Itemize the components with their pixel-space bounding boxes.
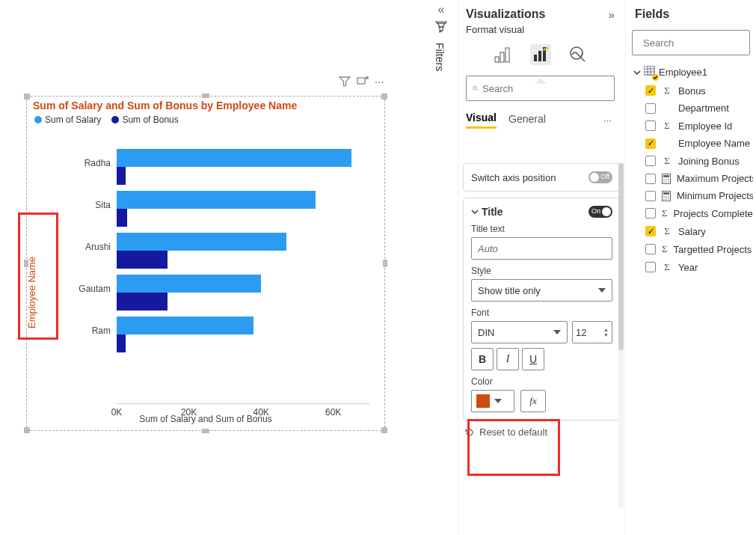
font-family-select[interactable]: DIN bbox=[471, 321, 568, 343]
calculator-icon bbox=[662, 174, 671, 184]
bar-salary[interactable] bbox=[117, 149, 351, 167]
bar-bonus[interactable] bbox=[117, 334, 126, 352]
expand-filters-icon[interactable]: « bbox=[430, 3, 452, 16]
field-checkbox[interactable]: ✓ bbox=[645, 226, 656, 236]
font-size-spinner[interactable]: 12 ▲▼ bbox=[572, 321, 612, 343]
build-visual-icon[interactable] bbox=[493, 44, 514, 65]
x-axis-title: Sum of Salary and Sum of Bonus bbox=[27, 414, 384, 424]
format-search-input[interactable] bbox=[482, 83, 608, 94]
field-label: Joining Bonus bbox=[678, 156, 740, 167]
field-item[interactable]: ✓ΣBonus bbox=[629, 82, 753, 100]
resize-handle[interactable] bbox=[383, 260, 387, 267]
filters-label: Filters bbox=[434, 43, 446, 71]
bar-bonus[interactable] bbox=[117, 167, 126, 185]
resize-handle[interactable] bbox=[381, 94, 387, 100]
bar-salary[interactable] bbox=[117, 275, 261, 293]
annotation-box-color bbox=[467, 419, 560, 476]
color-picker[interactable] bbox=[471, 390, 514, 412]
field-item[interactable]: ΣTargetted Projects bbox=[629, 240, 753, 258]
resize-handle[interactable] bbox=[24, 427, 30, 433]
bar-salary[interactable] bbox=[117, 317, 253, 334]
chevron-down-icon bbox=[633, 69, 641, 76]
svg-rect-0 bbox=[357, 78, 365, 84]
tab-general[interactable]: General bbox=[508, 113, 546, 128]
title-toggle[interactable]: On bbox=[588, 206, 612, 218]
sigma-icon: Σ bbox=[662, 261, 672, 273]
field-checkbox[interactable] bbox=[645, 191, 656, 201]
bold-button[interactable]: B bbox=[471, 348, 494, 370]
field-checkbox[interactable] bbox=[645, 262, 656, 272]
spinner-down-icon[interactable]: ▼ bbox=[603, 332, 609, 337]
more-options-icon[interactable]: ··· bbox=[375, 76, 384, 91]
filters-pane-collapsed[interactable]: « Filters bbox=[430, 3, 452, 123]
field-item[interactable]: ΣYear bbox=[629, 258, 753, 276]
field-checkbox[interactable] bbox=[645, 208, 656, 218]
sigma-icon: Σ bbox=[662, 207, 668, 219]
category-label: Radha bbox=[84, 158, 111, 168]
svg-point-24 bbox=[668, 196, 669, 198]
field-checkbox[interactable]: ✓ bbox=[645, 138, 656, 149]
chart-visual[interactable]: ··· Sum of Salary and Sum of Bonus by Em… bbox=[26, 96, 385, 431]
bar-group: Radha bbox=[117, 149, 369, 191]
resize-handle[interactable] bbox=[381, 427, 387, 433]
svg-point-23 bbox=[666, 196, 667, 198]
bar-salary[interactable] bbox=[117, 191, 316, 209]
underline-button[interactable]: U bbox=[522, 348, 544, 370]
bar-salary[interactable] bbox=[117, 233, 286, 251]
svg-point-25 bbox=[663, 198, 665, 200]
fields-header: Fields bbox=[626, 4, 756, 27]
field-item[interactable]: ΣProjects Completed bbox=[629, 204, 753, 222]
field-item[interactable]: ✓Employee Name bbox=[629, 135, 753, 152]
style-select[interactable]: Show title only bbox=[471, 279, 612, 302]
search-icon bbox=[473, 83, 478, 94]
svg-point-17 bbox=[663, 181, 665, 183]
bar-bonus[interactable] bbox=[117, 293, 168, 311]
field-item[interactable]: ΣJoining Bonus bbox=[629, 152, 753, 170]
report-canvas[interactable]: ··· Sum of Salary and Sum of Bonus by Em… bbox=[0, 0, 419, 535]
fields-search[interactable] bbox=[632, 30, 750, 55]
resize-handle[interactable] bbox=[202, 94, 209, 98]
chart-legend: Sum of Salary Sum of Bonus bbox=[27, 113, 384, 129]
field-label: Bonus bbox=[678, 85, 706, 97]
field-checkbox[interactable] bbox=[645, 156, 656, 166]
field-item[interactable]: ✓ΣSalary bbox=[629, 222, 753, 240]
fields-search-input[interactable] bbox=[643, 37, 756, 49]
field-checkbox[interactable] bbox=[645, 244, 656, 254]
bar-group: Gautam bbox=[117, 275, 369, 317]
table-name: Employee1 bbox=[659, 67, 707, 78]
title-text-input[interactable] bbox=[471, 237, 612, 260]
resize-handle[interactable] bbox=[24, 94, 30, 100]
analytics-icon[interactable] bbox=[568, 44, 588, 65]
italic-button[interactable]: I bbox=[497, 348, 519, 370]
bar-bonus[interactable] bbox=[117, 251, 168, 269]
field-checkbox[interactable] bbox=[645, 174, 656, 184]
field-checkbox[interactable]: ✓ bbox=[645, 85, 656, 96]
visualizations-header: Visualizations bbox=[466, 7, 545, 21]
field-item[interactable]: ΣEmployee Id bbox=[629, 117, 753, 135]
field-checkbox[interactable] bbox=[645, 103, 656, 114]
switch-axis-toggle[interactable]: Off bbox=[588, 171, 612, 183]
annotation-box-yaxis bbox=[18, 213, 58, 340]
fx-button[interactable]: fx bbox=[520, 390, 546, 412]
format-scrollbar[interactable] bbox=[618, 163, 624, 507]
title-section-label: Title bbox=[482, 206, 503, 218]
tab-more-icon[interactable]: ··· bbox=[603, 114, 612, 126]
format-visual-icon[interactable] bbox=[530, 44, 551, 65]
field-label: Targetted Projects bbox=[674, 244, 752, 255]
tab-visual[interactable]: Visual bbox=[466, 111, 497, 129]
field-label: Salary bbox=[678, 226, 706, 237]
bar-bonus[interactable] bbox=[117, 209, 127, 227]
table-node[interactable]: Employee1 bbox=[629, 63, 753, 82]
sigma-icon: Σ bbox=[662, 243, 668, 255]
collapse-pane-icon[interactable]: » bbox=[609, 8, 615, 21]
field-item[interactable]: Minimum Projects bbox=[629, 187, 753, 204]
focus-mode-icon[interactable] bbox=[357, 76, 369, 91]
filter-icon[interactable] bbox=[339, 76, 351, 91]
spinner-up-icon[interactable]: ▲ bbox=[603, 327, 609, 332]
resize-handle[interactable] bbox=[202, 429, 209, 433]
field-item[interactable]: Department bbox=[629, 100, 753, 117]
field-checkbox[interactable] bbox=[645, 120, 656, 131]
font-label: Font bbox=[471, 308, 612, 318]
field-item[interactable]: Maximum Projects bbox=[629, 170, 753, 187]
expand-title-icon[interactable] bbox=[471, 206, 479, 218]
